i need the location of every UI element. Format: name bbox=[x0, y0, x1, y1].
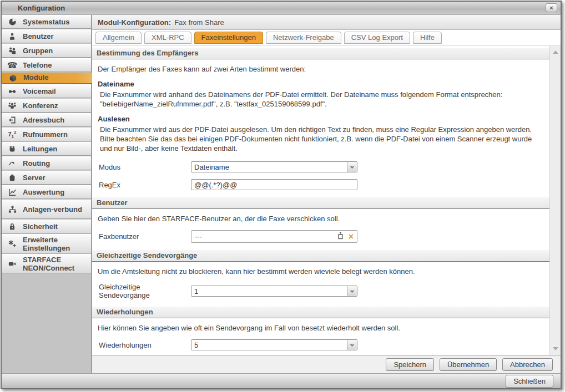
section2-intro: Geben Sie hier den STARFACE-Benutzer an,… bbox=[98, 214, 545, 223]
numbers-icon: 712 bbox=[2, 130, 23, 139]
section1-intro: Der Empfänger des Faxes kann auf zwei Ar… bbox=[98, 64, 545, 74]
regex-input[interactable] bbox=[191, 179, 357, 190]
module-header-value: Fax from Share bbox=[174, 18, 224, 27]
user-picker-icon[interactable] bbox=[337, 232, 344, 241]
conference-icon bbox=[2, 101, 23, 110]
sendevorgaenge-label: Gleichzeitige Sendevorgänge bbox=[99, 283, 191, 299]
clear-user-icon[interactable]: × bbox=[349, 232, 354, 241]
sidebar-item-routing[interactable]: Routing bbox=[2, 156, 91, 170]
tab-csv-log-export[interactable]: CSV Log Export bbox=[344, 32, 410, 44]
tab-xml-rpc[interactable]: XML-RPC bbox=[144, 32, 191, 44]
action-footer: Speichern Übernehmen Abbrechen bbox=[92, 355, 561, 373]
sidebar-item-voicemail[interactable]: Voicemail bbox=[2, 84, 91, 98]
tab-hilfe[interactable]: Hilfe bbox=[413, 32, 442, 44]
scroll-down-icon[interactable] bbox=[553, 347, 558, 350]
sidebar-item-benutzer[interactable]: Benutzer bbox=[2, 29, 91, 43]
sidebar-item-sicherheit[interactable]: Sicherheit bbox=[2, 220, 91, 233]
group-icon bbox=[2, 47, 23, 55]
section4-intro: Hier können Sie angeben wie oft ein Send… bbox=[98, 323, 545, 333]
window-title: Konfiguration bbox=[2, 4, 65, 12]
tab-strip: Allgemein XML-RPC Faxeinstellungen Netzw… bbox=[92, 30, 561, 46]
tab-netzwerk-freigabe[interactable]: Netzwerk-Freigabe bbox=[266, 32, 341, 44]
cube-icon bbox=[2, 73, 23, 83]
sidebar: Systemstatus Benutzer Gruppen ☎ Telefone… bbox=[2, 15, 92, 373]
section-header-sendevorgaenge: Gleichzeitige Sendevorgänge bbox=[92, 250, 549, 262]
sidebar-item-anlagenverbund[interactable]: Anlagen-verbund bbox=[2, 200, 91, 219]
main-panel: Modul-Konfiguration: Fax from Share Allg… bbox=[92, 15, 561, 373]
section-header-benutzer: Benutzer bbox=[92, 197, 549, 209]
chart-icon bbox=[2, 188, 23, 196]
vertical-scrollbar[interactable] bbox=[549, 46, 561, 355]
lock-icon bbox=[2, 222, 23, 231]
wiederholungen-label: Wiederholungen bbox=[99, 341, 191, 349]
section-header-wiederholungen: Wiederholungen bbox=[92, 306, 549, 318]
phone-icon: ☎ bbox=[2, 61, 23, 69]
regex-label: RegEx bbox=[99, 181, 191, 189]
scroll-up-icon[interactable] bbox=[553, 50, 558, 54]
routing-icon bbox=[2, 160, 23, 167]
server-icon bbox=[2, 174, 23, 182]
sendevorgaenge-select[interactable]: 1 bbox=[191, 286, 357, 297]
faxbenutzer-label: Faxbenutzer bbox=[99, 232, 191, 241]
user-icon bbox=[2, 32, 23, 40]
sidebar-item-starface-neon-connect[interactable]: STARFACE NEON/Connect bbox=[2, 254, 91, 273]
camera-icon bbox=[2, 260, 23, 268]
network-icon bbox=[2, 205, 23, 213]
module-header-label: Modul-Konfiguration: bbox=[98, 18, 171, 27]
addressbook-icon bbox=[2, 116, 23, 124]
gear-plus-icon bbox=[2, 240, 23, 248]
settings-content: Bestimmung des Empfängers Der Empfänger … bbox=[92, 46, 549, 355]
sidebar-item-leitungen[interactable]: Leitungen bbox=[2, 142, 91, 156]
title-bar: Konfiguration × bbox=[2, 2, 561, 14]
apply-button[interactable]: Übernehmen bbox=[440, 358, 497, 371]
chevron-down-icon bbox=[347, 162, 357, 172]
chevron-down-icon bbox=[347, 340, 357, 350]
save-button[interactable]: Speichern bbox=[386, 358, 434, 371]
wiederholungen-select[interactable]: 5 bbox=[191, 339, 357, 350]
sidebar-item-rufnummern[interactable]: 712 Rufnummern bbox=[2, 128, 91, 141]
module-header: Modul-Konfiguration: Fax from Share bbox=[92, 15, 561, 30]
sidebar-item-adressbuch[interactable]: Adressbuch bbox=[2, 113, 91, 127]
sidebar-item-server[interactable]: Server bbox=[2, 171, 91, 185]
close-button[interactable]: Schließen bbox=[506, 375, 553, 388]
dateiname-text: Die Faxnummer wird anhand des Dateinamen… bbox=[100, 90, 545, 109]
close-icon[interactable]: × bbox=[546, 3, 557, 12]
lines-icon bbox=[2, 145, 23, 153]
tab-allgemein[interactable]: Allgemein bbox=[95, 32, 142, 44]
section3-intro: Um die Amtsleitung nicht zu blockieren, … bbox=[98, 267, 545, 276]
gauge-icon bbox=[2, 18, 23, 26]
dateiname-heading: Dateiname bbox=[98, 80, 545, 88]
sidebar-item-konferenz[interactable]: Konferenz bbox=[2, 99, 91, 113]
faxbenutzer-field[interactable]: --- × bbox=[191, 230, 357, 243]
sidebar-item-auswertung[interactable]: Auswertung bbox=[2, 185, 91, 199]
chevron-down-icon bbox=[347, 286, 357, 296]
sidebar-item-telefone[interactable]: ☎ Telefone bbox=[2, 58, 91, 72]
modus-label: Modus bbox=[99, 163, 191, 171]
auslesen-heading: Auslesen bbox=[98, 115, 545, 123]
sidebar-item-gruppen[interactable]: Gruppen bbox=[2, 44, 91, 58]
voicemail-icon bbox=[2, 88, 23, 95]
section-header-bestimmung: Bestimmung des Empfängers bbox=[92, 47, 549, 59]
auslesen-text: Die Faxnummer wird aus der PDF-Datei aus… bbox=[100, 125, 545, 153]
sidebar-item-erweiterte-einstellungen[interactable]: Erweiterte Einstellungen bbox=[2, 234, 91, 253]
bottom-bar: Schließen bbox=[2, 373, 561, 388]
sidebar-item-systemstatus[interactable]: Systemstatus bbox=[2, 15, 91, 29]
modus-select[interactable]: Dateiname bbox=[191, 161, 357, 172]
config-window: Konfiguration × Systemstatus Benutzer Gr… bbox=[1, 1, 562, 389]
tab-faxeinstellungen[interactable]: Faxeinstellungen bbox=[194, 32, 263, 44]
cancel-button[interactable]: Abbrechen bbox=[502, 358, 553, 371]
